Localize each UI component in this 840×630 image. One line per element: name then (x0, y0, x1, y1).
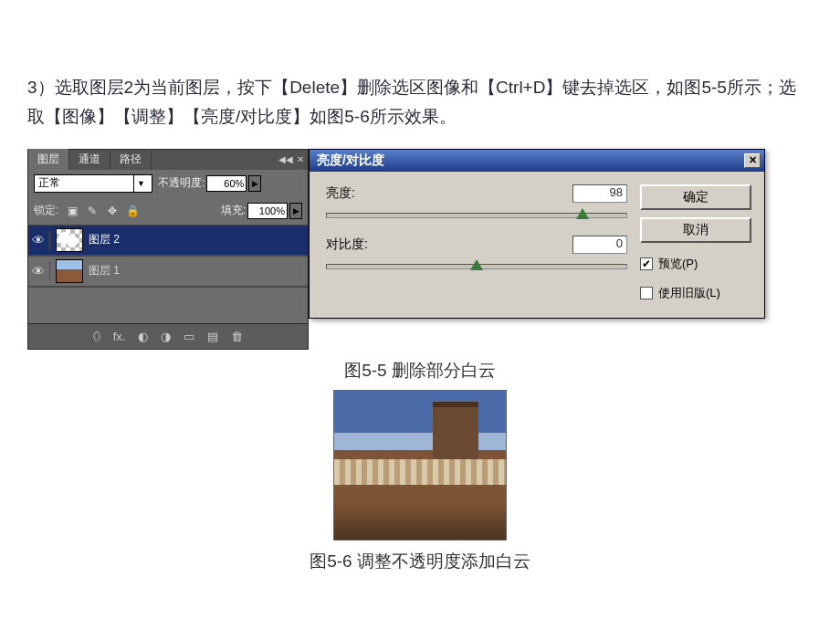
dialog-close-button[interactable]: ✕ (744, 153, 761, 168)
preview-label: 预览(P) (658, 256, 698, 272)
figure-5-6-image (333, 390, 507, 541)
checkbox-checked-icon: ✔ (640, 257, 653, 270)
layer-style-icon[interactable]: fx. (113, 330, 126, 343)
contrast-slider[interactable] (326, 257, 627, 274)
layers-panel: 图层 通道 路径 ◀◀ ✕ 正常 ▼ 不透明度: 60% ▶ 锁定: ▣ ✎ ✥ (27, 149, 309, 350)
contrast-input[interactable]: 0 (572, 236, 627, 254)
collapse-icon[interactable]: ◀◀ (278, 152, 293, 167)
fill-slider-toggle[interactable]: ▶ (289, 203, 302, 219)
instruction-text: 3）选取图层2为当前图层，按下【Delete】删除选区图像和【Ctrl+D】键去… (27, 73, 813, 132)
layer-mask-icon[interactable]: ◐ (138, 330, 148, 343)
lock-all-icon[interactable]: 🔒 (124, 203, 141, 219)
contrast-label: 对比度: (326, 236, 368, 253)
fill-value[interactable]: 100% (247, 203, 288, 219)
blend-mode-value: 正常 (38, 175, 60, 191)
panel-close-icon[interactable]: ✕ (293, 152, 308, 167)
lock-label: 锁定: (34, 203, 58, 218)
chevron-down-icon: ▼ (133, 174, 148, 193)
layer-name: 图层 1 (89, 263, 120, 278)
layer-name: 图层 2 (89, 232, 120, 247)
preview-checkbox[interactable]: ✔ 预览(P) (640, 256, 751, 272)
fill-label: 填充: (221, 203, 246, 218)
brightness-contrast-dialog: 亮度/对比度 ✕ 亮度: 98 对比度: 0 (309, 149, 765, 319)
adjustment-layer-icon[interactable]: ◑ (161, 330, 171, 343)
slider-thumb-icon[interactable] (470, 259, 483, 272)
cancel-button[interactable]: 取消 (640, 217, 751, 243)
brightness-label: 亮度: (326, 185, 355, 202)
legacy-checkbox[interactable]: 使用旧版(L) (640, 285, 751, 301)
layer-thumbnail (56, 259, 83, 283)
tab-channels[interactable]: 通道 (69, 149, 110, 170)
delete-layer-icon[interactable]: 🗑 (231, 330, 243, 343)
new-layer-icon[interactable]: ▤ (207, 330, 218, 343)
layer-item[interactable]: 👁 图层 2 (28, 225, 308, 256)
layer-thumbnail (56, 228, 83, 252)
visibility-icon[interactable]: 👁 (32, 262, 50, 280)
opacity-slider-toggle[interactable]: ▶ (248, 175, 261, 192)
brightness-input[interactable]: 98 (572, 184, 627, 203)
blend-mode-select[interactable]: 正常 ▼ (34, 174, 152, 193)
figure-caption-5-5: 图5-5 删除部分白云 (27, 359, 813, 383)
lock-transparency-icon[interactable]: ▣ (64, 203, 80, 219)
brightness-slider[interactable] (326, 206, 627, 223)
tab-paths[interactable]: 路径 (110, 149, 152, 170)
link-layers-icon[interactable]: ⬯ (93, 329, 100, 343)
lock-brush-icon[interactable]: ✎ (84, 203, 100, 219)
opacity-label: 不透明度: (158, 175, 205, 191)
checkbox-icon (640, 287, 653, 299)
layer-group-icon[interactable]: ▭ (184, 330, 194, 343)
legacy-label: 使用旧版(L) (658, 285, 720, 301)
ok-button[interactable]: 确定 (640, 184, 751, 210)
visibility-icon[interactable]: 👁 (32, 231, 50, 249)
figure-caption-5-6: 图5-6 调整不透明度添加白云 (27, 550, 813, 573)
lock-move-icon[interactable]: ✥ (104, 203, 121, 219)
opacity-value[interactable]: 60% (206, 175, 247, 192)
layer-item[interactable]: 👁 图层 1 (28, 256, 308, 287)
slider-thumb-icon[interactable] (576, 208, 589, 221)
tab-layers[interactable]: 图层 (28, 149, 69, 170)
dialog-title: 亮度/对比度 (317, 152, 384, 169)
